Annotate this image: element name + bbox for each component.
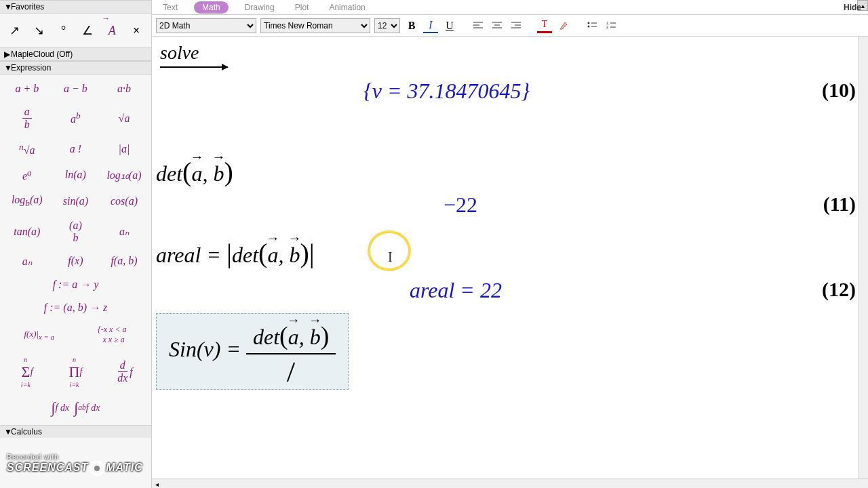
svg-point-11 bbox=[588, 25, 590, 27]
output-eq10: {v = 37.18470645} bbox=[363, 79, 530, 104]
mode-select[interactable]: C 2D Math bbox=[156, 18, 256, 33]
tab-bar: Text Math Drawing Plot Animation Hide bbox=[152, 0, 868, 15]
favorites-header[interactable]: ▼Favorites ▴ bbox=[0, 0, 151, 14]
input-areal[interactable]: areal = |det(→a, →b)| bbox=[156, 237, 315, 269]
favorites-row: ↗ ↘ ° ∠ A→ × bbox=[0, 14, 151, 47]
scroll-left-icon[interactable]: ◂ bbox=[152, 479, 161, 488]
edit-cursor bbox=[287, 362, 295, 382]
collapse-triangle-icon: ▼ bbox=[4, 63, 11, 73]
numbered-list-icon[interactable]: 12 bbox=[604, 18, 618, 33]
long-arrow-icon bbox=[160, 66, 228, 68]
favorites-label: Favorites bbox=[11, 2, 44, 12]
expr-factorial[interactable]: a ! bbox=[52, 136, 100, 162]
watermark: Recorded with SCREENCASTMATIC bbox=[7, 453, 143, 476]
tab-drawing[interactable]: Drawing bbox=[241, 1, 279, 14]
highlight-icon[interactable] bbox=[556, 18, 571, 33]
align-center-icon[interactable] bbox=[490, 18, 505, 33]
solve-label: solve bbox=[160, 42, 199, 63]
expr-sum[interactable]: nΣi=kf bbox=[3, 350, 52, 394]
expr-piecewise[interactable]: {-x x < ax x ≥ a bbox=[76, 319, 149, 350]
vertical-scrollbar[interactable] bbox=[859, 37, 868, 479]
expression-label: Expression bbox=[11, 63, 51, 73]
degree-icon[interactable]: ° bbox=[54, 20, 74, 41]
align-left-icon[interactable] bbox=[471, 18, 486, 33]
font-color-icon[interactable]: T bbox=[537, 18, 552, 33]
expand-triangle-icon: ▶ bbox=[4, 49, 11, 59]
expr-exp[interactable]: ea bbox=[3, 162, 52, 188]
expr-log10[interactable]: log₁₀(a) bbox=[100, 162, 149, 188]
text-cursor: I bbox=[388, 249, 393, 265]
input-active-sin[interactable]: Sin(v) = det(→a, →b) bbox=[156, 313, 349, 390]
arrow-ne-icon[interactable]: ↗ bbox=[5, 20, 25, 41]
expr-integral[interactable]: ∫f dx ∫ab f dx bbox=[3, 394, 149, 422]
bullet-list-icon[interactable] bbox=[585, 18, 599, 33]
watermark-recorded: Recorded with bbox=[7, 453, 143, 461]
eqnum-12: (12) bbox=[822, 278, 856, 301]
expression-palette: a + b a − b a·b ab ab √a n√a a ! |a| ea … bbox=[0, 75, 151, 425]
expr-add[interactable]: a + b bbox=[3, 77, 52, 100]
arrow-se-icon[interactable]: ↘ bbox=[29, 20, 50, 41]
expr-power[interactable]: ab bbox=[52, 100, 100, 136]
expr-fab[interactable]: f(a, b) bbox=[100, 249, 149, 273]
tab-text[interactable]: Text bbox=[159, 1, 182, 14]
tab-animation[interactable]: Animation bbox=[325, 1, 369, 14]
expr-piecewise-eval[interactable]: f(x)|x = a bbox=[3, 319, 76, 350]
maplecloud-label: MapleCloud (Off) bbox=[11, 49, 73, 59]
collapse-triangle-icon: ▼ bbox=[4, 427, 11, 436]
expr-nroot[interactable]: n√a bbox=[3, 136, 52, 162]
expr-sin[interactable]: sin(a) bbox=[52, 188, 100, 214]
expr-fx[interactable]: f(x) bbox=[52, 249, 100, 273]
hide-button[interactable]: Hide bbox=[844, 3, 861, 12]
expr-a-sub-n-2[interactable]: aₙ bbox=[3, 249, 52, 273]
expr-sqrt[interactable]: √a bbox=[100, 100, 149, 136]
tab-math[interactable]: Math bbox=[194, 1, 229, 14]
worksheet-canvas[interactable]: solve {v = 37.18470645} (10) det(→a, →b)… bbox=[152, 37, 868, 488]
expr-derivative[interactable]: ddxf bbox=[100, 350, 149, 394]
maplecloud-header[interactable]: ▶MapleCloud (Off) bbox=[0, 47, 151, 61]
calculus-label: Calculus bbox=[11, 427, 42, 436]
collapse-triangle-icon: ▼ bbox=[4, 2, 11, 12]
expr-tan[interactable]: tan(a) bbox=[3, 214, 52, 249]
angle-icon[interactable]: ∠ bbox=[77, 20, 98, 41]
output-eq12: areal = 22 bbox=[410, 278, 502, 303]
svg-text:2: 2 bbox=[606, 25, 609, 29]
expr-cos[interactable]: cos(a) bbox=[100, 188, 149, 214]
expr-multiply[interactable]: a·b bbox=[100, 77, 149, 100]
italic-button[interactable]: I bbox=[423, 18, 438, 33]
input-det[interactable]: det(→a, →b) bbox=[156, 156, 233, 188]
format-toolbar: C 2D Math Times New Roman 12 B I U T 12 bbox=[152, 15, 868, 37]
expr-assign-1[interactable]: f := a → y bbox=[3, 273, 149, 296]
font-select[interactable]: Times New Roman bbox=[260, 18, 370, 33]
main-area: Text Math Drawing Plot Animation Hide C … bbox=[152, 0, 868, 488]
eqnum-11: (11) bbox=[823, 192, 856, 216]
app-root: ▼Favorites ▴ ↗ ↘ ° ∠ A→ × ▶MapleCloud (O… bbox=[0, 0, 868, 488]
expr-ln[interactable]: ln(a) bbox=[52, 162, 100, 188]
close-icon[interactable]: × bbox=[126, 20, 146, 41]
horizontal-scrollbar[interactable]: ◂ bbox=[152, 479, 868, 488]
expr-assign-2[interactable]: f := (a, b) → z bbox=[3, 296, 149, 319]
watermark-brand1: SCREENCAST bbox=[7, 462, 88, 473]
expr-fraction[interactable]: ab bbox=[3, 100, 52, 136]
output-eq11: −22 bbox=[443, 192, 477, 218]
expr-logb[interactable]: logb(a) bbox=[3, 188, 52, 214]
expr-prod[interactable]: nΠi=kf bbox=[52, 350, 100, 394]
watermark-brand2: MATIC bbox=[106, 462, 142, 473]
expr-subtract[interactable]: a − b bbox=[52, 77, 100, 100]
solve-arrow: solve bbox=[160, 42, 228, 68]
calculus-header[interactable]: ▼Calculus ▾ bbox=[0, 425, 151, 438]
vector-A-icon[interactable]: A→ bbox=[102, 20, 122, 41]
svg-point-9 bbox=[588, 22, 590, 24]
expression-header[interactable]: ▼Expression bbox=[0, 61, 151, 75]
eqnum-10: (10) bbox=[822, 79, 856, 102]
watermark-circle-icon bbox=[90, 461, 104, 476]
underline-button[interactable]: U bbox=[442, 18, 457, 33]
align-right-icon[interactable] bbox=[509, 18, 524, 33]
size-select[interactable]: 12 bbox=[374, 18, 400, 33]
expr-abs[interactable]: |a| bbox=[100, 136, 149, 162]
sidebar: ▼Favorites ▴ ↗ ↘ ° ∠ A→ × ▶MapleCloud (O… bbox=[0, 0, 152, 488]
bold-button[interactable]: B bbox=[404, 18, 419, 33]
expr-binom[interactable]: (ab) bbox=[52, 214, 100, 249]
tab-plot[interactable]: Plot bbox=[291, 1, 313, 14]
expr-a-sub-n[interactable]: aₙ bbox=[100, 214, 149, 249]
